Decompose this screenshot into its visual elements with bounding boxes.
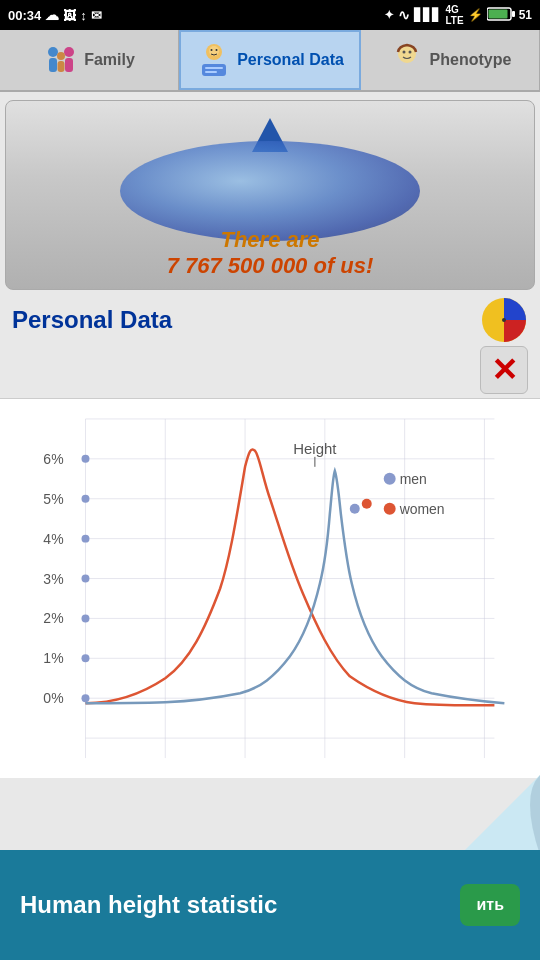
svg-text:men: men [400, 471, 427, 487]
globe-text-line2: 7 767 500 000 of us! [167, 253, 374, 279]
svg-text:5%: 5% [43, 491, 63, 507]
status-left: 00:34 ☁ 🖼 ↕ ✉ [8, 7, 102, 23]
page-curl [460, 775, 540, 855]
personal-data-title: Personal Data [12, 306, 172, 334]
svg-rect-14 [205, 67, 223, 69]
bottom-action-button[interactable]: ить [460, 884, 520, 926]
svg-text:3%: 3% [43, 571, 63, 587]
svg-rect-15 [205, 71, 217, 73]
notification-icon: ✉ [91, 8, 102, 23]
tab-family-label: Family [84, 51, 135, 69]
tab-phenotype-label: Phenotype [430, 51, 512, 69]
svg-point-53 [81, 495, 89, 503]
svg-point-46 [350, 504, 360, 514]
svg-point-55 [81, 575, 89, 583]
svg-point-21 [502, 318, 506, 322]
svg-rect-2 [512, 11, 515, 17]
svg-point-7 [57, 52, 65, 60]
svg-point-3 [48, 47, 58, 57]
bottom-panel-text: Human height statistic [20, 889, 277, 920]
svg-text:4%: 4% [43, 531, 63, 547]
svg-text:2%: 2% [43, 610, 63, 626]
charging-icon: ⚡ [468, 8, 483, 22]
close-icon: ✕ [491, 354, 518, 386]
personal-data-icon [196, 42, 232, 78]
globe-visual [120, 141, 420, 241]
svg-text:women: women [399, 501, 445, 517]
svg-point-17 [402, 51, 405, 54]
chart-area: 6% 5% 4% 3% 2% 1% 0% Height men women [0, 398, 540, 778]
svg-text:6%: 6% [43, 451, 63, 467]
svg-rect-1 [488, 9, 507, 18]
status-right: ✦ ∿ ▋▋▋ 4GLTE ⚡ 51 [384, 4, 532, 26]
svg-point-57 [81, 654, 89, 662]
bottom-panel: Human height statistic ить [0, 850, 540, 960]
tab-personal-label: Personal Data [237, 51, 344, 69]
tab-phenotype[interactable]: Phenotype [361, 30, 540, 90]
tab-family[interactable]: Family [0, 30, 179, 90]
svg-point-18 [408, 51, 411, 54]
svg-rect-13 [202, 64, 226, 76]
tab-personal[interactable]: Personal Data [179, 30, 361, 90]
svg-point-50 [384, 503, 396, 515]
globe-panel: There are 7 767 500 000 of us! [5, 100, 535, 290]
svg-text:Height: Height [293, 440, 337, 457]
personal-data-header: Personal Data [0, 290, 540, 346]
cloud-icon: ☁ [45, 7, 59, 23]
svg-point-48 [384, 473, 396, 485]
svg-text:1%: 1% [43, 650, 63, 666]
svg-point-11 [211, 49, 213, 51]
svg-point-47 [362, 499, 372, 509]
pie-chart-icon [480, 296, 528, 344]
svg-rect-8 [58, 61, 65, 72]
svg-point-52 [81, 455, 89, 463]
time: 00:34 [8, 8, 41, 23]
x-btn-row: ✕ [0, 346, 540, 398]
status-bar: 00:34 ☁ 🖼 ↕ ✉ ✦ ∿ ▋▋▋ 4GLTE ⚡ 51 [0, 0, 540, 30]
lte-icon: 4GLTE [445, 4, 463, 26]
battery-icon [487, 7, 515, 24]
svg-rect-4 [49, 58, 57, 72]
wifi-icon: ∿ [398, 7, 410, 23]
svg-point-12 [216, 49, 218, 51]
globe-text-line1: There are [167, 227, 374, 253]
signal-icon: ▋▋▋ [414, 8, 441, 22]
svg-point-54 [81, 535, 89, 543]
svg-rect-6 [65, 58, 73, 72]
family-icon [43, 42, 79, 78]
close-button[interactable]: ✕ [480, 346, 528, 394]
usb-icon: ↕ [80, 8, 87, 23]
image-icon: 🖼 [63, 8, 76, 23]
phenotype-icon [389, 42, 425, 78]
svg-text:0%: 0% [43, 690, 63, 706]
svg-point-5 [64, 47, 74, 57]
tab-bar: Family Personal Data Phenotype [0, 30, 540, 92]
svg-point-58 [81, 694, 89, 702]
battery-percent: 51 [519, 8, 532, 22]
height-chart: 6% 5% 4% 3% 2% 1% 0% Height men women [0, 399, 540, 778]
bluetooth-icon: ✦ [384, 8, 394, 22]
svg-point-56 [81, 614, 89, 622]
